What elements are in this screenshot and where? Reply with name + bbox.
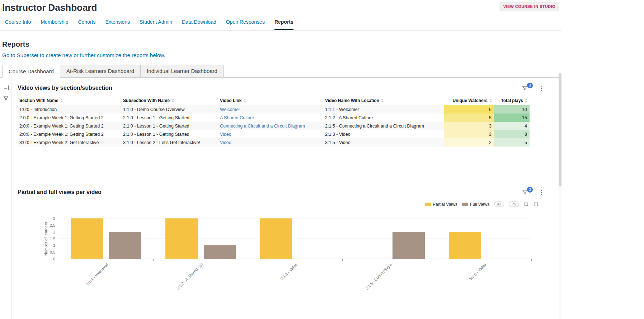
nav-open-responses[interactable]: Open Responses	[226, 19, 265, 30]
partial-full-views-chart-card: Partial and full views per video 3 ⋮ Par…	[18, 189, 544, 259]
bar-full-views[interactable]	[392, 232, 425, 259]
tab-individual-learner-dashboard[interactable]: Individual Learner Dashboard	[140, 65, 224, 77]
bar-partial-views[interactable]	[260, 218, 292, 259]
x-axis-tick	[342, 259, 343, 261]
filter-count-badge: 3	[527, 83, 533, 88]
cell-section: 2:0:0 - Example Week 1: Getting Started …	[18, 130, 121, 138]
video-views-table-card: Video views by section/subsection 3 ⋮	[18, 85, 544, 147]
video-link[interactable]: Connecting a Circuit and a Circuit Diagr…	[220, 124, 305, 129]
scrollbar[interactable]	[559, 73, 561, 319]
cell-total-plays: 4	[494, 122, 530, 130]
sort-icon	[171, 99, 174, 102]
expand-filter-bar-icon[interactable]: →	[3, 85, 9, 90]
cell-section: 2:0:0 - Example Week 1: Getting Started …	[18, 114, 121, 122]
bar-chart: Number of learners 00.511.522.531:1:1 - …	[59, 218, 531, 259]
cell-total-plays: 10	[494, 105, 530, 114]
filter-icon[interactable]	[3, 96, 9, 101]
tab-at-risk-learners-dashboard[interactable]: At-Risk Learners Dashboard	[60, 65, 141, 77]
nav-cohorts[interactable]: Cohorts	[78, 19, 95, 30]
legend-all-button[interactable]: All	[494, 202, 504, 207]
legend-inv-button[interactable]: Inv	[509, 202, 519, 207]
card-header-icons: 3 ⋮	[522, 85, 544, 91]
applied-filters-icon[interactable]: 3	[522, 85, 527, 91]
col-video-name-with-location[interactable]: Video Name With Location	[323, 96, 444, 105]
cell-video-name: 2:1:5 - Connecting a Circuit and a Circu…	[323, 122, 444, 130]
cell-video-link: Video	[218, 130, 323, 138]
y-tick-label: 0.5	[50, 250, 55, 254]
reports-heading: Reports	[2, 40, 559, 48]
applied-filters-icon[interactable]: 3	[522, 190, 527, 195]
col-section-with-name[interactable]: Section With Name	[18, 96, 121, 105]
cell-section: 1:0:0 - Introduction	[18, 105, 121, 114]
tab-course-dashboard[interactable]: Course Dashboard	[2, 65, 60, 78]
scrollbar-thumb[interactable]	[559, 73, 561, 186]
col-label: Section With Name	[19, 98, 58, 103]
y-tick-label: 0	[53, 257, 55, 261]
bar-group	[153, 218, 248, 259]
cell-section: 2:0:0 - Example Week 1: Getting Started …	[18, 122, 121, 130]
cell-unique-watchers: 5	[444, 114, 494, 122]
cell-unique-watchers: 3	[444, 130, 494, 138]
card-header: Partial and full views per video 3 ⋮	[18, 189, 544, 195]
bar-partial-views[interactable]	[165, 218, 198, 259]
superset-link[interactable]: Go to Superset to create new or further …	[2, 52, 165, 58]
legend-swatch-full	[462, 203, 468, 206]
video-link[interactable]: Video	[220, 132, 231, 137]
legend-label: Full Views	[470, 202, 489, 207]
bar-plot: Number of learners 00.511.522.531:1:1 - …	[59, 218, 531, 259]
nav-data-download[interactable]: Data Download	[182, 19, 216, 30]
cell-video-name: 2:1:2 - A Shared Culture	[323, 114, 444, 122]
cell-video-name: 2:1:3 - Video	[323, 130, 444, 138]
zoom-select-icon[interactable]	[524, 202, 529, 207]
cell-total-plays: 5	[494, 138, 530, 147]
bar-group	[437, 218, 531, 259]
cell-section: 3:0:0 - Example Week 2: Get Interactive	[18, 138, 121, 147]
col-video-link[interactable]: Video Link	[218, 96, 323, 105]
x-tick-label: 2:1:3 - Video	[279, 262, 298, 281]
cell-video-link: Connecting a Circuit and a Circuit Diagr…	[218, 122, 323, 130]
bar-full-views[interactable]	[109, 232, 141, 259]
sort-icon	[525, 99, 528, 102]
nav-course-info[interactable]: Course Info	[5, 19, 31, 30]
nav-student-admin[interactable]: Student Admin	[140, 19, 172, 30]
dashboard-content: Video views by section/subsection 3 ⋮	[12, 78, 561, 319]
col-label: Total plays	[501, 98, 523, 103]
cell-unique-watchers: 6	[444, 105, 494, 114]
video-link[interactable]: Video	[220, 140, 231, 145]
cell-total-plays: 8	[494, 130, 530, 138]
bar-full-views[interactable]	[204, 245, 236, 259]
nav-membership[interactable]: Membership	[41, 19, 68, 30]
filter-rail: →	[0, 78, 12, 319]
y-tick-label: 2.5	[50, 223, 55, 227]
legend-partial-views[interactable]: Partial Views	[425, 202, 457, 207]
video-link[interactable]: Welcome!	[220, 107, 240, 112]
instructor-nav: Course Info Membership Cohorts Extension…	[0, 19, 561, 31]
cell-subsection: 2:1:0 - Lesson 1 - Getting Started	[121, 114, 218, 122]
col-total-plays[interactable]: Total plays	[494, 96, 530, 105]
legend-full-views[interactable]: Full Views	[462, 202, 489, 207]
kebab-menu-icon[interactable]: ⋮	[538, 189, 544, 195]
col-label: Subsection With Name	[123, 98, 170, 103]
col-unique-watchers[interactable]: Unique Watchers	[444, 96, 494, 105]
bar-partial-views[interactable]	[71, 218, 103, 259]
cell-video-link: A Shared Culture	[218, 114, 323, 122]
nav-extensions[interactable]: Extensions	[105, 19, 130, 30]
col-label: Video Name With Location	[325, 98, 379, 103]
legend-swatch-partial	[425, 203, 431, 206]
table-card-title: Video views by section/subsection	[18, 85, 112, 91]
y-tick-label: 2	[53, 230, 55, 234]
zoom-reset-icon[interactable]	[533, 202, 539, 207]
video-link[interactable]: A Shared Culture	[220, 115, 254, 120]
kebab-menu-icon[interactable]: ⋮	[538, 85, 544, 91]
view-course-in-studio-button[interactable]: VIEW COURSE IN STUDIO	[499, 2, 559, 11]
col-subsection-with-name[interactable]: Subsection With Name	[121, 96, 218, 105]
chart-legend: Partial Views Full Views All Inv	[18, 202, 539, 207]
cell-subsection: 3:1:0 - Lesson 2 - Let's Get Interactive…	[121, 138, 218, 147]
bar-group	[248, 218, 342, 259]
x-axis-tick	[531, 259, 532, 261]
sort-icon	[381, 99, 384, 102]
bar-partial-views[interactable]	[449, 232, 481, 259]
bar-group	[342, 218, 437, 259]
cell-subsection: 1:1:0 - Demo Course Overview	[121, 105, 218, 114]
nav-reports[interactable]: Reports	[274, 19, 293, 30]
